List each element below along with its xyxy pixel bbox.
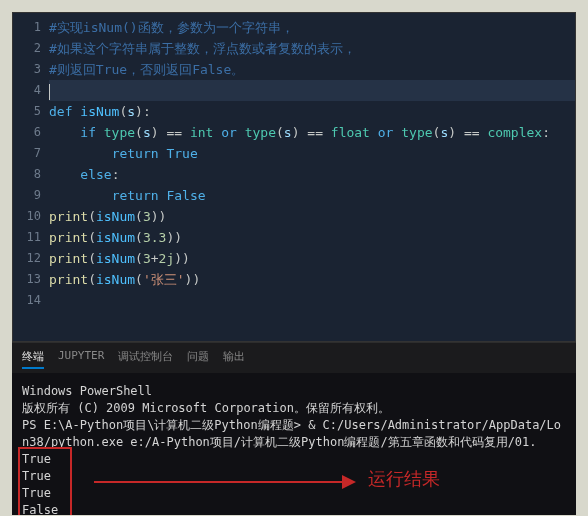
panel-tabs: 终端 JUPYTER 调试控制台 问题 输出 — [12, 342, 576, 373]
tab-output[interactable]: 输出 — [223, 349, 245, 369]
line-number: 13 — [13, 269, 41, 290]
code-line[interactable]: return False — [49, 185, 575, 206]
terminal-output: False — [22, 502, 566, 515]
code-line[interactable]: return True — [49, 143, 575, 164]
line-number: 10 — [13, 206, 41, 227]
terminal-output: True — [22, 485, 566, 502]
line-number: 1 — [13, 17, 41, 38]
code-line[interactable]: print(isNum(3+2j)) — [49, 248, 575, 269]
code-line[interactable]: if type(s) == int or type(s) == float or… — [49, 122, 575, 143]
tab-jupyter[interactable]: JUPYTER — [58, 349, 104, 369]
tab-problems[interactable]: 问题 — [187, 349, 209, 369]
line-number: 9 — [13, 185, 41, 206]
line-number: 2 — [13, 38, 41, 59]
code-line[interactable]: def isNum(s): — [49, 101, 575, 122]
line-number: 8 — [13, 164, 41, 185]
code-line[interactable]: print(isNum('张三')) — [49, 269, 575, 290]
code-line[interactable]: #实现isNum()函数，参数为一个字符串， — [49, 17, 575, 38]
terminal-output: True — [22, 468, 566, 485]
tab-terminal[interactable]: 终端 — [22, 349, 44, 369]
line-number: 5 — [13, 101, 41, 122]
terminal-line: Windows PowerShell — [22, 383, 566, 400]
line-number: 6 — [13, 122, 41, 143]
tab-debug-console[interactable]: 调试控制台 — [118, 349, 173, 369]
terminal-panel[interactable]: Windows PowerShell 版权所有 (C) 2009 Microso… — [12, 373, 576, 515]
code-line[interactable] — [49, 80, 575, 101]
line-number: 11 — [13, 227, 41, 248]
terminal-line: PS E:\A-Python项目\计算机二级Python编程题> & C:/Us… — [22, 417, 566, 434]
code-line[interactable]: #如果这个字符串属于整数，浮点数或者复数的表示， — [49, 38, 575, 59]
code-line[interactable]: else: — [49, 164, 575, 185]
line-number: 4 — [13, 80, 41, 101]
code-line[interactable]: print(isNum(3.3)) — [49, 227, 575, 248]
terminal-line: 版权所有 (C) 2009 Microsoft Corporation。保留所有… — [22, 400, 566, 417]
line-number-gutter: 1234567891011121314 — [13, 13, 49, 311]
code-line[interactable]: print(isNum(3)) — [49, 206, 575, 227]
code-editor[interactable]: 1234567891011121314 #实现isNum()函数，参数为一个字符… — [12, 12, 576, 342]
code-area[interactable]: #实现isNum()函数，参数为一个字符串，#如果这个字符串属于整数，浮点数或者… — [49, 13, 575, 290]
terminal-output: True — [22, 451, 566, 468]
line-number: 14 — [13, 290, 41, 311]
line-number: 3 — [13, 59, 41, 80]
code-line[interactable]: #则返回True，否则返回False。 — [49, 59, 575, 80]
line-number: 7 — [13, 143, 41, 164]
editor-cursor — [49, 84, 50, 100]
terminal-line: n38/python.exe e:/A-Python项目/计算机二级Python… — [22, 434, 566, 451]
line-number: 12 — [13, 248, 41, 269]
